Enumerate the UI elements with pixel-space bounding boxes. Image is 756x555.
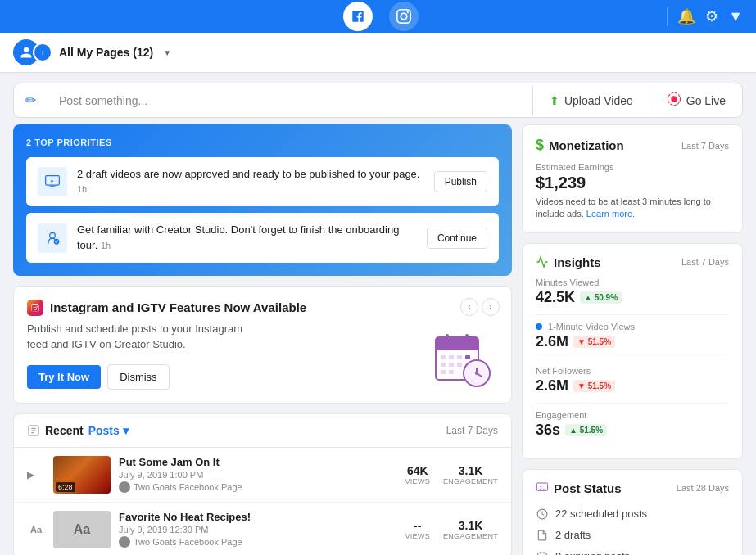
monetization-header: $ Monetization Last 7 Days (536, 137, 729, 154)
upload-icon: ⬆ (550, 94, 559, 107)
recent-posts-card: Recent Posts ▾ Last 7 Days ▶ 6:28 Put So… (13, 413, 512, 555)
banner-next-button[interactable]: › (482, 298, 500, 316)
1min-views-label: 1-Minute Video Views (536, 322, 729, 332)
stat-net-followers: Net Followers 2.6M ▼ 51.5% (536, 366, 729, 395)
insights-divider-3 (536, 403, 729, 404)
svg-rect-12 (441, 355, 446, 359)
svg-rect-21 (449, 370, 454, 374)
post-views-1: 64K VIEWS (405, 464, 430, 485)
scheduled-posts-label: 22 scheduled posts (555, 508, 647, 520)
post-thumbnail-2: Aa (53, 511, 111, 548)
post-duration-1: 6:28 (56, 482, 75, 492)
sub-navigation: f All My Pages (12) ▼ (0, 33, 756, 73)
1min-views-value: 2.6M (536, 333, 568, 350)
post-page-name-1: Two Goats Facebook Page (134, 482, 242, 492)
go-live-button[interactable]: Go Live (650, 83, 742, 117)
stat-1min-views: 1-Minute Video Views 2.6M ▼ 51.5% (536, 322, 729, 350)
svg-rect-14 (457, 355, 462, 359)
post-page-1: Two Goats Facebook Page (119, 481, 396, 493)
drafts-label: 2 drafts (555, 529, 591, 541)
banner-title: Instagram and IGTV Features Now Availabl… (27, 300, 498, 316)
video-type-icon: ▶ (27, 469, 34, 481)
upload-video-label: Upload Video (564, 94, 633, 107)
banner-actions: Try It Now Dismiss (27, 364, 498, 390)
net-followers-label: Net Followers (536, 366, 729, 376)
net-followers-badge: ▼ 51.5% (573, 380, 615, 392)
dismiss-button[interactable]: Dismiss (107, 364, 170, 390)
notification-icon[interactable]: 🔔 (677, 7, 695, 25)
page-selector[interactable]: f All My Pages (12) ▼ (13, 39, 171, 65)
banner-prev-button[interactable]: ‹ (460, 298, 478, 316)
svg-point-26 (475, 372, 478, 375)
insights-header: Insights Last 7 Days (536, 255, 729, 269)
dropdown-icon[interactable]: ▼ (728, 8, 743, 25)
svg-rect-18 (457, 363, 462, 367)
stat-engagement: Engagement 36s ▲ 51.5% (536, 410, 729, 439)
left-column: 2 TOP PRIORITIES 2 draft videos are now … (13, 124, 512, 555)
stat-minutes-viewed: Minutes Viewed 42.5K ▲ 50.9% (536, 278, 729, 306)
upload-video-button[interactable]: ⬆ Upload Video (533, 86, 650, 115)
avatar-secondary: f (33, 43, 52, 62)
post-info-1: Put Some Jam On It July 9, 2019 1:00 PM … (119, 456, 396, 493)
clock-icon (536, 508, 549, 521)
priority-text-2: Get familiar with Creator Studio. Don't … (77, 223, 417, 252)
expiring-icon (536, 550, 549, 555)
minutes-viewed-value: 42.5K (536, 289, 575, 306)
svg-rect-16 (441, 363, 446, 367)
recent-posts-period: Last 7 Days (446, 425, 498, 436)
recent-posts-header: Recent Posts ▾ Last 7 Days (14, 414, 511, 448)
svg-point-0 (671, 96, 677, 102)
monetization-period: Last 7 Days (681, 141, 729, 151)
insights-divider-1 (536, 314, 729, 315)
svg-rect-9 (436, 344, 478, 350)
1min-views-badge: ▼ 51.5% (573, 336, 615, 348)
banner-description: Publish and schedule posts to your Insta… (27, 321, 256, 353)
earnings-label: Estimated Earnings (536, 162, 729, 172)
post-stats-2: -- VIEWS 3.1K ENGAGEMENT (405, 519, 498, 540)
nav-right-actions: 🔔 ⚙ ▼ (667, 7, 743, 26)
try-it-now-button[interactable]: Try It Now (27, 365, 101, 389)
post-title-1: Put Some Jam On It (119, 456, 396, 468)
instagram-nav-icon[interactable] (389, 2, 419, 31)
priority-button-2[interactable]: Continue (427, 228, 487, 249)
monetization-icon: $ (536, 137, 544, 154)
net-followers-value: 2.6M (536, 377, 568, 395)
recent-posts-title: Recent Posts ▾ (27, 424, 129, 437)
insights-title: Insights (536, 255, 601, 269)
priority-item-2: Get familiar with Creator Studio. Don't … (26, 213, 499, 262)
priorities-card: 2 TOP PRIORITIES 2 draft videos are now … (13, 124, 512, 276)
insights-divider-2 (536, 359, 729, 359)
edit-icon: ✏ (14, 84, 48, 116)
post-engagement-1: 3.1K ENGAGEMENT (443, 464, 498, 485)
priority-text-1: 2 draft videos are now approved and read… (77, 167, 424, 196)
monetization-note: Videos need to be at least 3 minutes lon… (536, 196, 729, 221)
banner-navigation: ‹ › (460, 298, 500, 316)
priority-button-1[interactable]: Publish (434, 171, 487, 192)
facebook-nav-icon[interactable] (343, 2, 373, 31)
post-date-2: July 9, 2019 12:30 PM (119, 525, 396, 535)
learn-more-link[interactable]: Learn more. (586, 209, 635, 219)
article-type-icon: Aa (27, 525, 45, 535)
minutes-viewed-label: Minutes Viewed (536, 278, 729, 287)
priority-icon-2 (38, 223, 67, 253)
golive-icon (667, 92, 681, 109)
svg-rect-17 (449, 363, 454, 367)
engagement-value: 36s (536, 422, 560, 439)
top-navigation: 🔔 ⚙ ▼ (0, 0, 756, 33)
post-page-avatar-1 (119, 481, 130, 493)
engagement-badge: ▲ 51.5% (565, 424, 607, 436)
main-content: 2 TOP PRIORITIES 2 draft videos are now … (0, 124, 756, 555)
posts-tag: Posts ▾ (88, 424, 129, 437)
post-row-1: ▶ 6:28 Put Some Jam On It July 9, 2019 1… (14, 448, 511, 503)
svg-point-5 (50, 232, 56, 238)
priority-message-1: 2 draft videos are now approved and read… (77, 168, 419, 180)
priorities-title: 2 TOP PRIORITIES (26, 138, 499, 147)
status-scheduled: 22 scheduled posts (536, 503, 729, 525)
settings-icon[interactable]: ⚙ (705, 7, 718, 25)
post-input[interactable]: Post something... (48, 86, 532, 115)
post-date-1: July 9, 2019 1:00 PM (119, 470, 396, 480)
banner-title-text: Instagram and IGTV Features Now Availabl… (50, 300, 306, 314)
post-row-2: Aa Aa Favorite No Heat Recipes! July 9, … (14, 503, 511, 555)
priority-time-2: 1h (101, 241, 111, 250)
post-thumbnail-1: 6:28 (53, 456, 111, 494)
